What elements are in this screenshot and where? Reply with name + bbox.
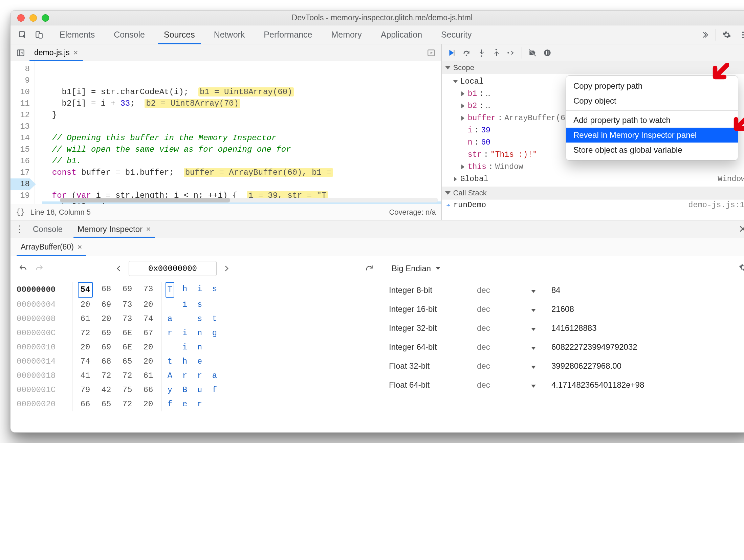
hex-row[interactable]: 0000000420697320 is	[17, 298, 376, 312]
svg-point-9	[466, 55, 467, 56]
ctx-item[interactable]: Add property path to watch	[566, 113, 738, 128]
hex-table[interactable]: 0000000054686973This0000000420697320 is …	[17, 282, 376, 411]
file-tab-label: demo-js.js	[34, 48, 70, 57]
ctx-item[interactable]: Copy object	[566, 93, 738, 108]
tab-application[interactable]: Application	[371, 25, 432, 44]
drawer-kebab-icon[interactable]: ⋮	[14, 223, 25, 235]
h-scrollbar[interactable]	[60, 198, 438, 202]
callstack-frame[interactable]: ➔runDemo demo-js.js:18	[442, 199, 744, 211]
tab-console[interactable]: Console	[104, 25, 154, 44]
redo-icon[interactable]	[33, 262, 46, 275]
hex-row[interactable]: 0000000C72696E67ring	[17, 326, 376, 340]
hex-row[interactable]: 0000000861207374a st	[17, 312, 376, 326]
gear-icon[interactable]	[719, 27, 734, 42]
step-into-icon[interactable]	[475, 46, 488, 59]
ctx-item[interactable]: Reveal in Memory Inspector panel	[566, 128, 738, 143]
mi-buffer-tab[interactable]: ArrayBuffer(60) ✕	[15, 238, 88, 256]
debugger-pane: Scope Local b1: …b2: …buffer: ArrayBuffe…	[442, 44, 744, 220]
svg-point-11	[496, 49, 497, 50]
mi-hex-pane: 0000000054686973This0000000420697320 is …	[10, 256, 382, 432]
main-tabstrip: ElementsConsoleSourcesNetworkPerformance…	[10, 25, 744, 44]
ctx-item[interactable]: Store object as global variable	[566, 143, 738, 157]
address-input[interactable]	[129, 261, 217, 276]
drawer-tab-console[interactable]: Console	[25, 220, 70, 238]
close-icon[interactable]: ✕	[73, 49, 78, 57]
value-table: Integer 8-bitdec84Integer 16-bitdec21608…	[389, 281, 744, 394]
deactivate-breakpoints-icon[interactable]	[526, 46, 539, 59]
chevron-down-icon[interactable]	[531, 380, 551, 390]
coverage-status: Coverage: n/a	[389, 208, 436, 217]
step-over-icon[interactable]	[460, 46, 473, 59]
pause-exceptions-icon[interactable]	[541, 46, 554, 59]
drawer-tab-memory-inspector[interactable]: Memory Inspector ✕	[70, 220, 158, 238]
navigator-toggle-icon[interactable]	[13, 45, 28, 60]
endian-select[interactable]: Big Endian	[389, 264, 440, 273]
hex-row[interactable]: 0000002066657220fer	[17, 397, 376, 411]
close-icon[interactable]: ✕	[146, 225, 151, 233]
inspect-icon[interactable]	[15, 27, 30, 42]
undo-icon[interactable]	[17, 262, 29, 275]
chevron-down-icon[interactable]	[531, 342, 551, 352]
mi-buffer-tabbar: ArrayBuffer(60) ✕	[10, 238, 744, 256]
hex-row[interactable]: 0000001474686520the	[17, 354, 376, 369]
chevron-down-icon	[436, 267, 440, 270]
resume-icon[interactable]	[445, 46, 458, 59]
step-icon[interactable]	[505, 46, 518, 59]
format-select[interactable]: dec	[477, 285, 531, 295]
tab-network[interactable]: Network	[204, 25, 255, 44]
hex-row[interactable]: 0000001841727261Arra	[17, 369, 376, 383]
close-window[interactable]	[17, 14, 25, 22]
overflow-tabs-icon[interactable]	[697, 27, 712, 42]
tab-sources[interactable]: Sources	[154, 25, 204, 44]
format-select[interactable]: dec	[477, 323, 531, 333]
scope-var-this[interactable]: this: Window	[446, 161, 744, 173]
tab-elements[interactable]: Elements	[50, 25, 104, 44]
editor-statusbar: {} Line 18, Column 5 Coverage: n/a	[10, 204, 441, 220]
svg-point-3	[742, 31, 744, 33]
memory-inspector-body: 0000000054686973This0000000420697320 is …	[10, 256, 744, 432]
minimize-window[interactable]	[29, 14, 37, 22]
tab-memory[interactable]: Memory	[322, 25, 371, 44]
value-settings-icon[interactable]	[739, 263, 744, 274]
zoom-window[interactable]	[42, 14, 49, 22]
step-out-icon[interactable]	[490, 46, 503, 59]
format-select[interactable]: dec	[477, 304, 531, 314]
svg-rect-14	[546, 51, 547, 55]
scope-section-header[interactable]: Scope	[442, 61, 744, 74]
kebab-icon[interactable]	[736, 27, 744, 42]
callstack-section-header[interactable]: Call Stack	[442, 187, 744, 199]
hex-row[interactable]: 0000001020696E20 in	[17, 340, 376, 354]
chevron-down-icon[interactable]	[531, 323, 551, 333]
value-row: Integer 16-bitdec21608	[389, 300, 744, 319]
context-menu: Copy property pathCopy objectAdd propert…	[566, 76, 738, 160]
close-icon[interactable]: ✕	[77, 243, 82, 251]
chevron-down-icon[interactable]	[531, 285, 551, 295]
cursor-position: Line 18, Column 5	[30, 208, 91, 217]
chevron-down-icon[interactable]	[531, 304, 551, 314]
pretty-print-icon[interactable]: {}	[16, 208, 25, 216]
run-snippet-icon[interactable]	[424, 45, 439, 60]
device-icon[interactable]	[31, 27, 46, 42]
format-select[interactable]: dec	[477, 361, 531, 371]
svg-point-13	[544, 49, 551, 56]
value-row: Float 64-bitdec4.171482365401182e+98	[389, 375, 744, 394]
next-page-icon[interactable]	[220, 262, 233, 275]
drawer-tabbar: ⋮ Console Memory Inspector ✕ ✕	[10, 220, 744, 238]
prev-page-icon[interactable]	[112, 262, 125, 275]
mi-controls	[17, 261, 376, 276]
tab-performance[interactable]: Performance	[254, 25, 322, 44]
format-select[interactable]: dec	[477, 342, 531, 352]
window-title: DevTools - memory-inspector.glitch.me/de…	[10, 13, 744, 22]
format-select[interactable]: dec	[477, 380, 531, 390]
chevron-down-icon[interactable]	[531, 361, 551, 371]
tab-security[interactable]: Security	[432, 25, 481, 44]
refresh-icon[interactable]	[363, 262, 376, 275]
hex-row[interactable]: 0000001C79427566yBuf	[17, 383, 376, 397]
sources-panel: demo-js.js ✕ 89101112131415161718192021 …	[10, 44, 744, 220]
drawer-close-icon[interactable]: ✕	[735, 223, 744, 235]
code-editor[interactable]: 89101112131415161718192021 b1[i] = str.c…	[10, 61, 441, 204]
scope-global-row[interactable]: Global Window	[446, 173, 744, 185]
debugger-toolbar	[442, 44, 744, 61]
file-tab[interactable]: demo-js.js ✕	[28, 44, 84, 61]
hex-row[interactable]: 0000000054686973This	[17, 282, 376, 298]
